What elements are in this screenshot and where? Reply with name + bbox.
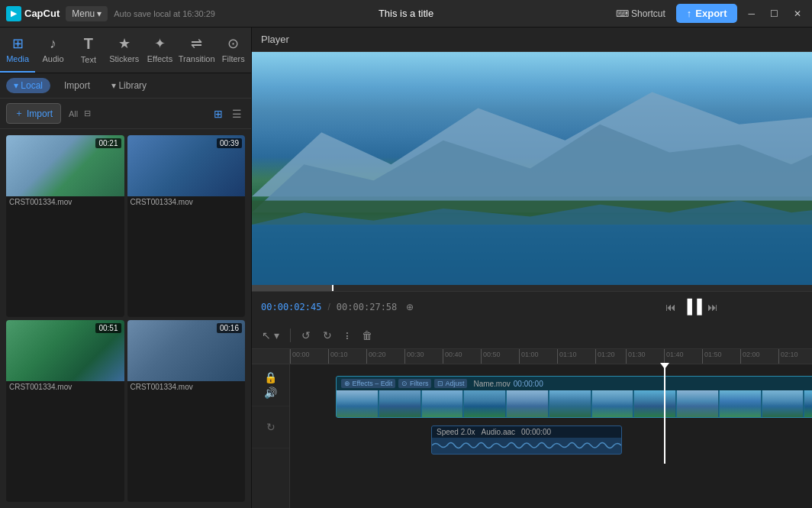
toolbar-item-stickers[interactable]: ★ Stickers xyxy=(106,28,142,73)
media-item[interactable]: 00:21 CRST001334.mov xyxy=(6,135,124,317)
skip-back-button[interactable]: ⏮ xyxy=(665,301,676,313)
import-button[interactable]: ＋ Import xyxy=(6,103,61,124)
ruler-spacer xyxy=(252,349,289,364)
adjust-tag: ⊡ Adjust xyxy=(434,379,467,388)
filters-icon: ⊙ xyxy=(227,35,239,52)
logo-text: CapCut xyxy=(24,8,60,19)
shortcut-button[interactable]: ⌨ Shortcut xyxy=(611,6,670,21)
ruler-tick: 01:20 xyxy=(595,349,615,364)
time-current: 00:00:02:45 xyxy=(261,302,321,312)
select-tool-button[interactable]: ↖ ▾ xyxy=(258,327,283,344)
plus-icon: ＋ xyxy=(14,107,24,120)
toolbar-item-filters[interactable]: ⊙ Filters xyxy=(216,28,251,73)
playhead[interactable] xyxy=(664,364,665,464)
menu-chevron-icon: ▾ xyxy=(97,8,102,19)
scrubber-progress xyxy=(252,285,332,291)
tab-import[interactable]: Import xyxy=(56,78,98,93)
filmstrip-frame xyxy=(762,390,804,417)
audio-time: 00:00:00 xyxy=(521,428,551,436)
clock-icon[interactable]: ↻ xyxy=(266,421,276,433)
volume-icon[interactable]: 🔊 xyxy=(264,387,277,399)
video-clip[interactable]: ⊕ Effects – Edit ⊙ Filters ⊡ Adjust Name… xyxy=(336,376,812,418)
list-view-button[interactable]: ☰ xyxy=(229,106,245,121)
effects-tag: ⊕ Effects – Edit xyxy=(341,379,395,388)
keyboard-icon: ⌨ xyxy=(616,8,629,19)
toolbar-item-transition[interactable]: ⇌ Transition xyxy=(178,28,216,73)
audio-clip[interactable]: Speed 2.0x Audio.aac 00:00:00 xyxy=(431,425,622,455)
close-button[interactable]: ✕ xyxy=(789,6,806,21)
toolbar-label-text: Text xyxy=(81,55,96,64)
skip-forward-button[interactable]: ⏭ xyxy=(707,301,718,313)
menu-button[interactable]: Menu ▾ xyxy=(66,6,108,21)
lock-icon[interactable]: 🔒 xyxy=(264,371,277,383)
timeline-toolbar: ↖ ▾ ↺ ↻ ⫶ 🗑 🎤 🔗 ▬ ⛓ ⊣ − + xyxy=(252,322,812,349)
toolbar-item-media[interactable]: ⊞ Media xyxy=(0,28,35,73)
minimize-button[interactable]: ─ xyxy=(743,6,759,21)
media-item[interactable]: 00:39 CRST001334.mov xyxy=(127,135,246,317)
grid-view-button[interactable]: ⊞ xyxy=(211,106,226,121)
redo-button[interactable]: ↻ xyxy=(319,327,336,344)
logo-icon: ▶ xyxy=(6,6,21,21)
main-layout: ⊞ Media ♪ Audio T Text ★ Stickers ✦ Effe… xyxy=(0,28,812,508)
audio-speed: Speed 2.0x xyxy=(437,428,475,436)
ruler-tick: 00:00 xyxy=(290,349,310,364)
timeline-body: 🔒 🔊 ↻ 00:00 00:10 00:20 00:30 0 xyxy=(252,349,812,508)
tab-library[interactable]: ▾ Library xyxy=(104,78,154,93)
toolbar-item-text[interactable]: T Text xyxy=(71,28,106,73)
filter-icon[interactable]: ⊟ xyxy=(84,108,91,118)
toolbar-item-effects[interactable]: ✦ Effects xyxy=(142,28,177,73)
ruler-tick: 01:50 xyxy=(702,349,722,364)
effects-icon: ✦ xyxy=(154,35,166,52)
filmstrip-frame xyxy=(720,390,762,417)
player-scrubber-bar[interactable] xyxy=(252,285,812,291)
ruler-tick: 02:00 xyxy=(740,349,760,364)
split-button[interactable]: ⫶ xyxy=(340,327,353,344)
ruler-tick: 00:10 xyxy=(328,349,348,364)
media-icon: ⊞ xyxy=(12,35,24,52)
media-filename: CRST001334.mov xyxy=(127,196,246,208)
scrubber-handle xyxy=(332,285,334,291)
maximize-button[interactable]: ☐ xyxy=(765,6,783,21)
media-item[interactable]: 00:51 CRST001334.mov xyxy=(6,320,124,502)
topbar-right: ⌨ Shortcut ↑ Export ─ ☐ ✕ xyxy=(611,4,806,23)
ruler-tick: 00:40 xyxy=(443,349,462,364)
media-item[interactable]: 00:16 CRST001334.mov xyxy=(127,320,246,502)
text-icon: T xyxy=(84,35,93,53)
timeline-scroll-area[interactable]: 00:00 00:10 00:20 00:30 00:40 00:50 01:0… xyxy=(290,349,812,508)
project-title[interactable]: This is a title xyxy=(379,8,433,19)
audio-clip-header: Speed 2.0x Audio.aac 00:00:00 xyxy=(432,426,621,438)
autosave-text: Auto save local at 16:30:29 xyxy=(114,9,605,18)
app-logo: ▶ CapCut xyxy=(6,6,60,21)
timeline-area: ↖ ▾ ↺ ↻ ⫶ 🗑 🎤 🔗 ▬ ⛓ ⊣ − + xyxy=(252,322,812,508)
import-label: Import xyxy=(27,108,53,119)
ruler-tick: 01:10 xyxy=(557,349,577,364)
media-grid: 00:21 CRST001334.mov 00:39 CRST001334.mo… xyxy=(0,129,251,508)
view-controls: ⊞ ☰ xyxy=(211,106,245,121)
media-controls: ＋ Import All ⊟ ⊞ ☰ xyxy=(0,99,251,129)
filmstrip-frame xyxy=(634,390,676,417)
color-picker-icon[interactable]: ⊕ xyxy=(406,302,414,312)
ruler-tick: 00:20 xyxy=(366,349,386,364)
media-duration: 00:39 xyxy=(217,138,242,148)
pause-button[interactable]: ▐▐ xyxy=(682,299,702,315)
track-sidebar: 🔒 🔊 ↻ xyxy=(252,349,290,508)
ruler-tick: 01:30 xyxy=(626,349,646,364)
filters-tag: ⊙ Filters xyxy=(398,379,431,388)
filmstrip-frame xyxy=(379,390,421,417)
track-header-audio: ↻ xyxy=(252,406,289,448)
stickers-icon: ★ xyxy=(118,35,130,52)
filmstrip-frame xyxy=(677,390,719,417)
toolbar-label-audio: Audio xyxy=(42,54,63,63)
undo-button[interactable]: ↺ xyxy=(298,327,314,344)
media-duration: 00:51 xyxy=(95,323,121,333)
audio-waveform xyxy=(432,438,621,453)
media-filename: CRST001334.mov xyxy=(6,196,124,208)
delete-button[interactable]: 🗑 xyxy=(358,327,376,344)
filmstrip-frame xyxy=(507,390,549,417)
transition-icon: ⇌ xyxy=(191,35,202,52)
toolbar-item-audio[interactable]: ♪ Audio xyxy=(35,28,70,73)
svg-rect-3 xyxy=(252,225,812,285)
tab-local[interactable]: ▾ Local xyxy=(6,78,50,93)
export-button[interactable]: ↑ Export xyxy=(676,4,738,23)
timeline-ruler: 00:00 00:10 00:20 00:30 00:40 00:50 01:0… xyxy=(290,349,812,364)
